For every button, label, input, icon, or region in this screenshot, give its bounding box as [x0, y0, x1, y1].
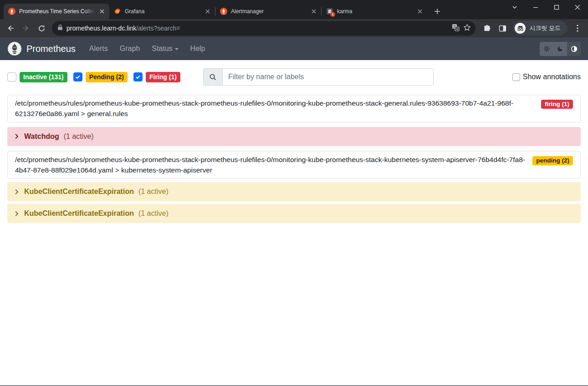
firing-checkbox[interactable] [133, 72, 143, 81]
alert-name: Watchdog [24, 132, 59, 141]
tab-close-icon[interactable] [98, 8, 106, 15]
incognito-icon [515, 23, 526, 34]
minimize-button[interactable] [525, 0, 546, 15]
theme-dark-button[interactable] [553, 42, 567, 56]
karma-favicon-icon: 1 [326, 8, 333, 15]
nav-item-help[interactable]: Help [187, 42, 209, 56]
grafana-favicon-icon [114, 8, 121, 15]
chevron-right-icon [14, 133, 20, 139]
prometheus-navbar: Prometheus Alerts Graph Status Help [0, 37, 588, 60]
check-icon [75, 74, 81, 80]
alert-active-count: (1 active) [138, 209, 169, 218]
reload-button[interactable] [35, 21, 48, 35]
rule-group-header: /etc/prometheus/rules/prometheus-kube-pr… [7, 151, 581, 179]
alertmanager-favicon-icon [220, 8, 227, 15]
browser-tab-strip: Prometheus Time Series Collecti Grafana … [0, 0, 588, 19]
theme-light-button[interactable] [540, 42, 553, 56]
pending-badge: Pending (2) [86, 72, 128, 82]
window-controls [504, 0, 588, 15]
tab-close-icon[interactable] [416, 8, 424, 15]
filter-inactive[interactable]: Inactive (131) [7, 72, 67, 82]
tab-title: karma [337, 8, 412, 15]
karma-alert-count-badge: 1 [330, 12, 335, 17]
tab-title: Grafana [125, 8, 200, 15]
rule-file-path: /etc/prometheus/rules/prometheus-kube-pr… [15, 154, 527, 176]
browser-tab-karma[interactable]: 1 karma [322, 4, 427, 19]
lock-icon[interactable] [57, 24, 63, 32]
alerts-page: Inactive (131) Pending (2) Firing (1) Sh… [0, 60, 588, 223]
filter-pending[interactable]: Pending (2) [73, 72, 128, 82]
side-panel-icon[interactable] [496, 21, 509, 35]
theme-auto-button[interactable] [567, 42, 581, 56]
nav-item-alerts[interactable]: Alerts [86, 42, 112, 56]
svg-text:A: A [456, 27, 459, 30]
filter-row: Inactive (131) Pending (2) Firing (1) Sh… [7, 68, 581, 86]
url-host: prometheus.learn-dc.link [66, 25, 136, 32]
gear-icon [543, 46, 550, 52]
incognito-label: 시크릿 모드 [529, 24, 561, 32]
browser-tab-prometheus[interactable]: Prometheus Time Series Collecti [4, 4, 109, 19]
tab-title: Prometheus Time Series Collecti [19, 8, 94, 15]
alert-rule-kube-client-certificate-expiration-2[interactable]: KubeClientCertificateExpiration (1 activ… [7, 204, 581, 223]
nav-item-graph[interactable]: Graph [116, 42, 143, 56]
theme-toggle-group [540, 42, 581, 56]
tab-close-icon[interactable] [204, 8, 211, 15]
alert-active-count: (1 active) [64, 132, 94, 141]
search-icon [203, 68, 222, 86]
check-icon [135, 74, 141, 80]
firing-count-badge: firing (1) [541, 100, 573, 109]
filter-firing[interactable]: Firing (1) [133, 72, 180, 82]
browser-tab-alertmanager[interactable]: Alertmanager [215, 4, 321, 19]
main-nav: Alerts Graph Status Help [86, 42, 209, 56]
chevron-right-icon [14, 189, 20, 195]
translate-icon[interactable]: 文A [452, 24, 460, 33]
bookmark-star-icon[interactable] [463, 24, 471, 33]
incognito-profile-chip[interactable]: 시크릿 모드 [513, 21, 567, 36]
moon-icon [557, 46, 563, 52]
close-window-button[interactable] [567, 0, 588, 15]
show-annotations-label: Show annotations [523, 73, 581, 81]
alert-name: KubeClientCertificateExpiration [24, 188, 134, 196]
alert-active-count: (1 active) [138, 188, 169, 196]
pending-checkbox[interactable] [73, 72, 82, 81]
alert-rule-kube-client-certificate-expiration-1[interactable]: KubeClientCertificateExpiration (1 activ… [7, 182, 581, 201]
chevron-right-icon [14, 211, 20, 217]
alert-search-group [203, 68, 434, 86]
kebab-menu-icon[interactable] [571, 21, 584, 35]
tab-title: Alertmanager [231, 8, 306, 15]
firing-badge: Firing (1) [146, 72, 180, 82]
alert-name: KubeClientCertificateExpiration [24, 209, 134, 218]
url-text: prometheus.learn-dc.link/alerts?search= [66, 25, 448, 32]
pending-count-badge: pending (2) [532, 156, 573, 165]
new-tab-button[interactable] [431, 5, 444, 18]
chevron-down-icon [175, 48, 179, 50]
inactive-checkbox[interactable] [7, 72, 16, 81]
brand-title[interactable]: Prometheus [26, 44, 76, 54]
half-circle-icon [571, 46, 578, 52]
search-input[interactable] [222, 68, 434, 86]
tab-search-chevron-icon[interactable] [504, 0, 525, 15]
rule-file-path: /etc/prometheus/rules/prometheus-kube-pr… [15, 98, 536, 119]
forward-button[interactable] [19, 21, 33, 35]
prometheus-logo-icon[interactable] [7, 41, 22, 56]
url-path: /alerts?search= [136, 25, 180, 32]
nav-item-status-dropdown[interactable]: Status [148, 42, 182, 56]
extensions-icon[interactable] [480, 21, 494, 35]
tab-close-icon[interactable] [310, 8, 317, 15]
browser-tab-grafana[interactable]: Grafana [109, 4, 215, 19]
inactive-badge: Inactive (131) [20, 72, 67, 82]
alert-rule-watchdog[interactable]: Watchdog (1 active) [7, 127, 581, 146]
rule-group-header: /etc/prometheus/rules/prometheus-kube-pr… [7, 95, 581, 122]
show-annotations-toggle[interactable]: Show annotations [512, 73, 581, 81]
maximize-button[interactable] [546, 0, 567, 15]
back-button[interactable] [4, 21, 17, 35]
browser-toolbar: prometheus.learn-dc.link/alerts?search= … [0, 19, 588, 37]
prometheus-favicon-icon [8, 8, 15, 15]
address-bar[interactable]: prometheus.learn-dc.link/alerts?search= … [52, 21, 476, 36]
show-annotations-checkbox[interactable] [512, 73, 520, 81]
